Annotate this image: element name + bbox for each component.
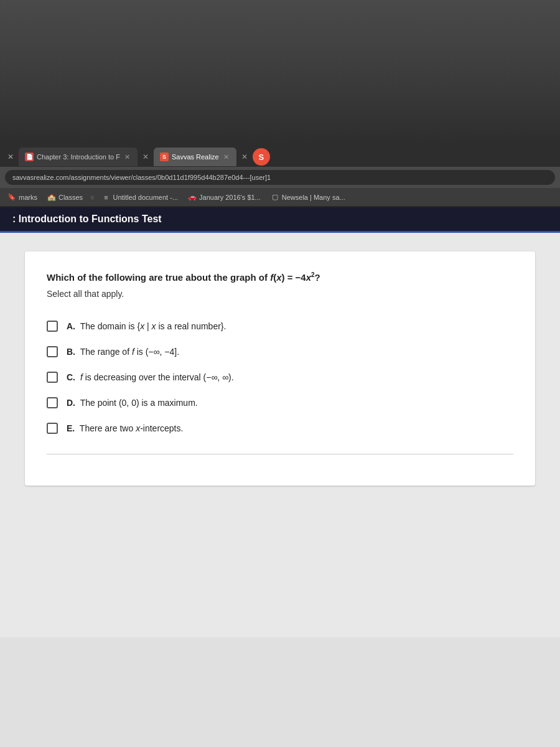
option-c-label: C. f is decreasing over the interval (−∞… [67,371,234,384]
bookmark-untitled[interactable]: ≡ Untitled document -... [100,192,181,203]
chapter-tab-close[interactable]: ✕ [123,153,131,161]
question-text: Which of the following are true about th… [47,270,513,285]
tab-savvas[interactable]: S Savvas Realize ✕ [154,148,236,166]
option-c-letter: C. [67,372,75,382]
bookmark-sep-1: ≡ [90,194,94,201]
bookmark-newsela-icon: ▢ [271,193,279,202]
bottom-area [0,637,560,747]
new-tab-s-icon: S [258,153,264,162]
option-e[interactable]: E. There are two x-intercepts. [47,416,513,441]
savvas-tab-close[interactable]: ✕ [222,153,230,161]
option-d[interactable]: D. The point (0, 0) is a maximum. [47,390,513,416]
checkbox-a[interactable] [47,321,58,332]
bookmark-newsela[interactable]: ▢ Newsela | Many sa... [268,192,348,203]
tab-separator-2: ✕ [239,153,250,161]
tab-new-icon[interactable]: S [253,148,270,166]
option-b-label: B. The range of f is (−∞, −4]. [67,345,179,359]
question-card: Which of the following are true about th… [25,251,535,486]
tab-close-left[interactable]: ✕ [5,151,16,162]
bookmark-newsela-label: Newsela | Many sa... [282,194,345,201]
bookmark-january-icon: 🚗 [188,193,197,202]
option-d-label: D. The point (0, 0) is a maximum. [67,397,198,410]
bookmark-january-label: January 2016's $1... [199,194,261,201]
bookmark-untitled-icon: ≡ [102,193,111,202]
option-a-label: A. The domain is {x | x is a real number… [67,320,226,333]
option-d-letter: D. [67,398,75,408]
bookmark-marks-icon: 🔖 [7,193,16,202]
option-e-label: E. There are two x-intercepts. [67,422,183,435]
page-header: : Introduction to Functions Test [0,207,560,233]
bookmark-untitled-label: Untitled document -... [113,194,179,201]
bookmark-classes-icon: 🏫 [47,193,56,202]
top-area [0,0,560,143]
address-bar [0,167,560,188]
page-title: : Introduction to Functions Test [12,214,162,224]
checkbox-b[interactable] [47,346,58,357]
bookmark-january[interactable]: 🚗 January 2016's $1... [185,192,263,203]
bookmark-classes[interactable]: 🏫 Classes [45,192,85,203]
chapter-tab-icon: 📄 [25,153,34,161]
option-b[interactable]: B. The range of f is (−∞, −4]. [47,339,513,365]
chapter-tab-label: Chapter 3: Introduction to F [37,153,120,161]
page-main: Which of the following are true about th… [0,233,560,637]
bookmark-marks[interactable]: 🔖 marks [5,192,40,203]
savvas-tab-icon: S [160,153,169,161]
option-b-letter: B. [67,347,75,357]
browser-chrome: ✕ 📄 Chapter 3: Introduction to F ✕ ✕ S S… [0,143,560,207]
tab-chapter[interactable]: 📄 Chapter 3: Introduction to F ✕ [19,148,138,166]
card-divider [47,454,513,454]
tab-bar: ✕ 📄 Chapter 3: Introduction to F ✕ ✕ S S… [0,143,560,167]
checkbox-e[interactable] [47,423,58,434]
tab-separator: ✕ [140,153,151,161]
bookmarks-bar: 🔖 marks 🏫 Classes ≡ ≡ Untitled document … [0,188,560,207]
address-input[interactable] [5,170,555,185]
checkbox-c[interactable] [47,372,58,383]
option-c[interactable]: C. f is decreasing over the interval (−∞… [47,365,513,390]
checkbox-d[interactable] [47,397,58,408]
bookmark-classes-label: Classes [58,194,83,201]
bookmark-marks-label: marks [19,194,37,201]
option-e-letter: E. [67,423,75,433]
question-subtext: Select all that apply. [47,289,513,299]
savvas-tab-label: Savvas Realize [172,153,219,161]
option-a-letter: A. [67,321,75,331]
option-a[interactable]: A. The domain is {x | x is a real number… [47,314,513,339]
